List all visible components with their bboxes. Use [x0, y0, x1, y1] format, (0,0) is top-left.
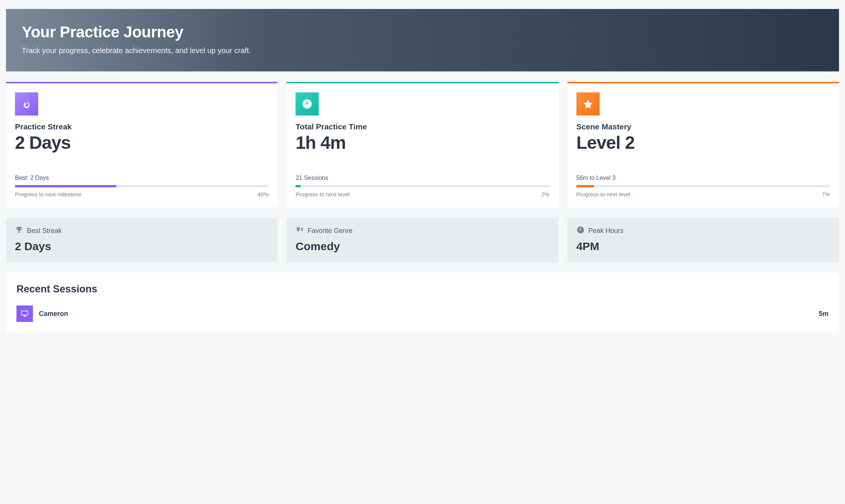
progress-pct: 7%: [822, 191, 830, 197]
card-label: Scene Mastery: [576, 122, 830, 131]
progress-meta: Progress to next milestone 40%: [15, 191, 269, 197]
progress-meta: Progress to next level 7%: [576, 191, 830, 197]
card-total-practice-time: Total Practice Time 1h 4m 21 Sessions Pr…: [287, 82, 558, 207]
mini-label: Peak Hours: [588, 227, 624, 235]
card-sub: Best: 2 Days: [15, 175, 269, 181]
clock-icon: [576, 226, 585, 236]
progress-label: Progress to next milestone: [15, 191, 82, 197]
star-icon: [576, 92, 600, 116]
progress-pct: 40%: [257, 191, 269, 197]
clock-icon: [296, 92, 319, 116]
recent-sessions-panel: Recent Sessions Cameron 5m: [6, 273, 839, 332]
hero-banner: Your Practice Journey Track your progres…: [6, 9, 839, 71]
session-duration: 5m: [819, 310, 829, 318]
session-title: Cameron: [39, 310, 68, 318]
mini-value: 4PM: [576, 240, 830, 253]
card-label: Practice Streak: [15, 122, 269, 131]
monitor-icon: [16, 305, 33, 322]
progress-fill: [15, 185, 116, 187]
session-row[interactable]: Cameron 5m: [16, 305, 829, 322]
mini-favorite-genre: Favorite Genre Comedy: [287, 218, 558, 262]
progress-meta: Progress to next level 2%: [296, 191, 549, 197]
mini-value: 2 Days: [15, 240, 269, 253]
progress-bar: [576, 185, 830, 187]
card-value: 2 Days: [15, 133, 269, 152]
stats-cards-row: Practice Streak 2 Days Best: 2 Days Prog…: [0, 82, 845, 207]
card-sub: 21 Sessions: [296, 175, 549, 181]
fire-icon: [15, 92, 38, 116]
card-sub: 56m to Level 3: [576, 175, 830, 181]
progress-bar: [296, 185, 549, 187]
svg-rect-0: [22, 311, 28, 315]
card-practice-streak: Practice Streak 2 Days Best: 2 Days Prog…: [6, 82, 278, 207]
recent-sessions-heading: Recent Sessions: [16, 283, 829, 295]
card-value: 1h 4m: [296, 133, 549, 152]
mini-stats-row: Best Streak 2 Days Favorite Genre Comedy…: [0, 218, 845, 262]
hero-title: Your Practice Journey: [22, 23, 823, 41]
card-label: Total Practice Time: [296, 122, 549, 131]
card-scene-mastery: Scene Mastery Level 2 56m to Level 3 Pro…: [567, 82, 839, 207]
trophy-icon: [15, 226, 23, 236]
mini-label: Best Streak: [27, 227, 62, 235]
mini-best-streak: Best Streak 2 Days: [6, 218, 278, 262]
progress-fill: [576, 185, 594, 187]
progress-label: Progress to next level: [296, 191, 349, 197]
progress-bar: [15, 185, 269, 187]
mini-peak-hours: Peak Hours 4PM: [567, 218, 839, 262]
card-value: Level 2: [576, 133, 830, 152]
mini-value: Comedy: [296, 240, 549, 253]
progress-pct: 2%: [541, 191, 549, 197]
masks-icon: [296, 226, 304, 236]
progress-label: Progress to next level: [576, 191, 630, 197]
progress-fill: [296, 185, 301, 187]
mini-label: Favorite Genre: [307, 227, 352, 235]
hero-subtitle: Track your progress, celebrate achieveme…: [22, 46, 823, 55]
